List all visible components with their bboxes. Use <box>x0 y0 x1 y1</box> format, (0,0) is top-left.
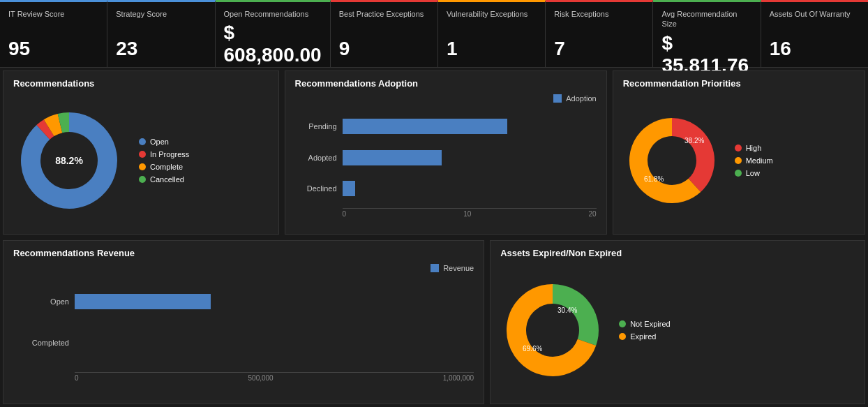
legend-dot <box>139 151 146 158</box>
adoption-bars: Pending Adopted Declined 01020 <box>295 105 597 227</box>
kpi-label: Strategy Score <box>116 9 206 19</box>
charts-area: Recommendations 88.2% OpenIn ProgressCom… <box>0 68 868 407</box>
priorities-donut: 38.2%61.8% <box>623 112 721 209</box>
assets-donut: 30.4%69.6% <box>500 278 605 383</box>
kpi-item: Best Practice Exceptions 9 <box>331 0 438 67</box>
adoption-card: Recommendations Adoption Adoption Pendin… <box>285 71 607 235</box>
assets-card: Assets Expired/Non Expired 30.4%69.6% No… <box>490 240 865 404</box>
legend-item: In Progress <box>139 150 189 158</box>
revenue-card: Recommendations Revenue Revenue Open Com… <box>3 240 484 404</box>
assets-title: Assets Expired/Non Expired <box>500 248 855 258</box>
bar-row: Adopted <box>295 150 597 165</box>
adoption-legend-label: Adoption <box>566 94 596 103</box>
kpi-item: Risk Exceptions 7 <box>546 0 653 67</box>
adoption-legend-color <box>553 94 562 103</box>
legend-item: Expired <box>619 332 670 341</box>
priorities-donut-container: 38.2%61.8% HighMediumLow <box>623 94 855 227</box>
bar-row: Open <box>13 294 474 309</box>
recommendations-legend: OpenIn ProgressCompleteCancelled <box>139 138 189 184</box>
bar-row: Completed <box>13 335 474 350</box>
kpi-label: Avg Recommendation Size <box>661 9 751 29</box>
revenue-title: Recommendations Revenue <box>13 248 474 258</box>
kpi-label: Assets Out Of Warranty <box>770 9 860 19</box>
kpi-value: 16 <box>770 38 860 60</box>
legend-item: Low <box>735 169 773 177</box>
charts-row-2: Recommendations Revenue Revenue Open Com… <box>0 237 868 407</box>
assets-legend: Not ExpiredExpired <box>619 320 670 341</box>
revenue-bars: Open Completed 0500,0001,000,000 <box>13 275 474 397</box>
kpi-value: 1 <box>447 38 537 60</box>
adoption-title: Recommendations Adoption <box>295 78 597 89</box>
kpi-label: IT Review Score <box>8 9 98 19</box>
assets-donut-container: 30.4%69.6% Not ExpiredExpired <box>500 264 855 397</box>
kpi-value: 95 <box>8 38 98 60</box>
svg-text:88.2%: 88.2% <box>55 155 83 166</box>
kpi-value: 7 <box>554 38 644 60</box>
recommendations-title: Recommendations <box>13 78 269 89</box>
legend-item: Complete <box>139 163 189 171</box>
kpi-item: IT Review Score 95 <box>0 0 107 67</box>
kpi-label: Open Recommendations <box>224 9 322 19</box>
kpi-item: Vulnerability Exceptions 1 <box>438 0 546 67</box>
kpi-item: Assets Out Of Warranty 16 <box>761 0 868 67</box>
recommendations-card: Recommendations 88.2% OpenIn ProgressCom… <box>3 71 279 235</box>
revenue-legend-label: Revenue <box>443 264 474 272</box>
svg-text:69.6%: 69.6% <box>523 345 542 353</box>
priorities-legend: HighMediumLow <box>735 144 773 177</box>
kpi-item: Avg Recommendation Size $ 35,811.76 <box>653 0 761 67</box>
legend-dot <box>139 163 146 170</box>
legend-item: Cancelled <box>139 175 189 184</box>
kpi-value: 23 <box>116 38 206 60</box>
legend-item: High <box>735 144 773 152</box>
recommendations-donut-container: 88.2% OpenIn ProgressCompleteCancelled <box>13 94 269 227</box>
legend-item: Not Expired <box>619 320 670 328</box>
kpi-label: Best Practice Exceptions <box>339 9 429 19</box>
legend-item: Medium <box>735 156 773 165</box>
svg-text:38.2%: 38.2% <box>684 137 704 145</box>
priorities-title: Recommendation Priorities <box>623 78 855 89</box>
revenue-legend-color <box>431 264 439 272</box>
charts-row-1: Recommendations 88.2% OpenIn ProgressCom… <box>0 68 868 237</box>
recommendations-donut: 88.2% <box>13 105 125 216</box>
legend-dot <box>139 138 146 145</box>
bar-row: Pending <box>295 119 597 134</box>
legend-item: Open <box>139 138 189 146</box>
kpi-value: $ 608,800.00 <box>224 22 322 66</box>
kpi-label: Vulnerability Exceptions <box>447 9 537 19</box>
legend-dot <box>139 176 146 183</box>
priorities-card: Recommendation Priorities 38.2%61.8% Hig… <box>613 71 865 235</box>
kpi-item: Open Recommendations $ 608,800.00 <box>216 0 331 67</box>
bar-row: Declined <box>295 181 597 196</box>
kpi-item: Strategy Score 23 <box>107 0 215 67</box>
svg-text:61.8%: 61.8% <box>644 175 664 183</box>
svg-text:30.4%: 30.4% <box>558 306 577 314</box>
kpi-bar: IT Review Score 95 Strategy Score 23 Ope… <box>0 0 868 68</box>
kpi-value: 9 <box>339 38 429 60</box>
kpi-label: Risk Exceptions <box>554 9 644 19</box>
